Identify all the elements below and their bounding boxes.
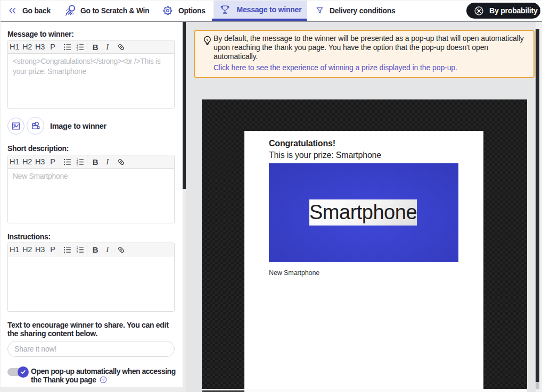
svg-text:3: 3 — [76, 163, 78, 166]
svg-text:3: 3 — [76, 251, 78, 254]
svg-text:3: 3 — [76, 48, 78, 51]
svg-text:?: ? — [102, 378, 105, 382]
